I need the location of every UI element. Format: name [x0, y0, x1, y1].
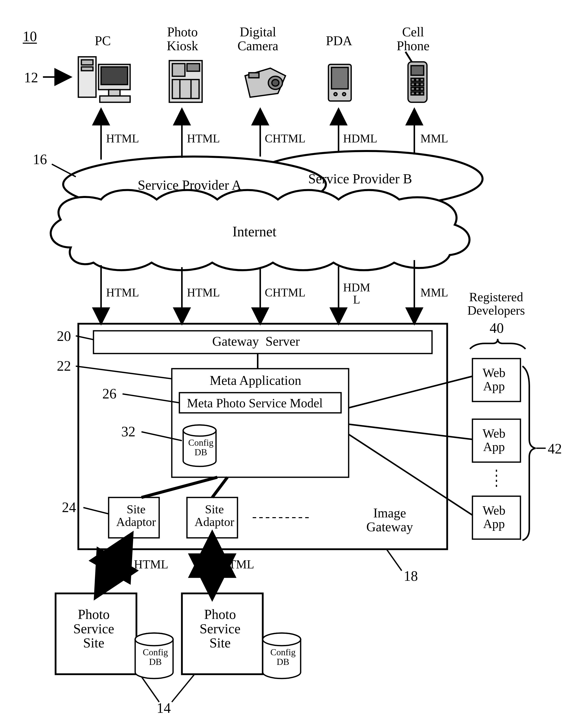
label-sp-b: Service Provider B	[308, 172, 412, 186]
svg-rect-63	[249, 73, 259, 78]
phone-icon	[398, 50, 431, 105]
label-webapp-1: Web App	[483, 366, 505, 393]
protocol-top-0: HTML	[106, 133, 139, 145]
label-config-db-meta: Config DB	[188, 438, 213, 457]
svg-rect-53	[109, 90, 120, 96]
svg-rect-78	[416, 87, 419, 90]
label-sp-a: Service Provider A	[138, 178, 242, 192]
svg-rect-76	[420, 83, 424, 86]
svg-rect-49	[81, 60, 93, 65]
svg-line-37	[141, 677, 159, 702]
svg-rect-64	[328, 65, 351, 101]
svg-rect-80	[411, 92, 415, 95]
label-pda: PDA	[326, 34, 352, 48]
svg-point-34	[263, 633, 301, 646]
svg-line-38	[172, 674, 195, 702]
svg-rect-52	[101, 67, 128, 85]
label-pc: PC	[95, 34, 111, 48]
label-phone: Cell Phone	[397, 25, 429, 53]
svg-line-70	[406, 52, 412, 62]
label-photo-site-1: Photo Service Site	[73, 607, 114, 650]
svg-point-32	[135, 633, 173, 646]
label-meta-app: Meta Application	[210, 374, 301, 388]
callout-24: 24	[62, 500, 76, 515]
svg-point-61	[268, 76, 282, 89]
svg-rect-77	[411, 87, 415, 90]
label-html-bottom-1: HTML	[134, 558, 168, 571]
label-registered-developers: Registered Developers	[467, 290, 525, 317]
svg-point-62	[272, 80, 279, 86]
svg-line-28	[83, 508, 109, 514]
label-site-adaptor-1: Site Adaptor	[116, 503, 156, 528]
pc-icon	[76, 54, 134, 105]
svg-line-27	[212, 477, 228, 498]
label-meta-model: Meta Photo Service Model	[187, 396, 323, 410]
callout-16: 16	[33, 152, 47, 167]
protocol-mid-2: CHTML	[265, 287, 305, 299]
svg-rect-73	[420, 78, 424, 81]
svg-rect-48	[78, 57, 96, 97]
diagram-stage: 10 12 16 20 22 26 32 24 18 14 40 42 PC P…	[0, 0, 574, 728]
svg-rect-58	[172, 80, 199, 98]
kiosk-icon	[167, 58, 205, 105]
protocol-mid-0: HTML	[106, 287, 139, 299]
svg-line-10	[52, 164, 76, 177]
svg-rect-51	[98, 65, 130, 90]
label-site-adaptor-2: Site Adaptor	[195, 503, 234, 528]
protocol-mid-4: MML	[420, 287, 448, 299]
protocol-mid-3: HDM L	[343, 282, 370, 306]
svg-rect-74	[411, 83, 415, 86]
svg-rect-68	[408, 62, 427, 102]
label-config-db-2: Config DB	[270, 648, 296, 667]
svg-rect-55	[169, 60, 202, 102]
svg-rect-69	[411, 66, 424, 75]
svg-line-45	[348, 424, 473, 439]
callout-32: 32	[121, 424, 135, 439]
svg-rect-79	[420, 87, 424, 90]
svg-line-46	[348, 434, 473, 515]
svg-line-17	[76, 336, 93, 340]
protocol-top-1: HTML	[187, 133, 220, 145]
callout-40: 40	[490, 321, 504, 336]
label-gateway-server: Gateway Server	[212, 335, 300, 348]
protocol-top-2: CHTML	[265, 133, 305, 145]
callout-22: 22	[57, 358, 71, 374]
svg-line-26	[141, 477, 217, 498]
svg-point-67	[342, 93, 345, 96]
svg-rect-75	[416, 83, 419, 86]
svg-point-33	[263, 633, 301, 646]
pda-icon	[326, 62, 354, 103]
label-internet: Internet	[233, 224, 276, 239]
svg-point-22	[183, 425, 216, 436]
svg-point-31	[135, 633, 173, 646]
svg-rect-57	[187, 63, 200, 71]
svg-line-19	[123, 394, 179, 403]
label-html-bottom-2: HTML	[220, 558, 254, 571]
callout-42: 42	[548, 441, 562, 456]
callout-20: 20	[57, 329, 71, 344]
callout-18: 18	[404, 569, 418, 584]
svg-line-18	[76, 366, 172, 379]
svg-rect-82	[420, 92, 424, 95]
label-webapp-3: Web App	[483, 504, 505, 530]
svg-rect-72	[416, 78, 419, 81]
svg-rect-50	[81, 67, 93, 71]
callout-10: 10	[23, 29, 37, 44]
protocol-top-4: MML	[420, 133, 448, 145]
label-photo-site-2: Photo Service Site	[200, 607, 241, 650]
svg-point-66	[334, 93, 337, 96]
svg-point-21	[183, 425, 216, 436]
svg-line-35	[98, 539, 129, 592]
callout-14: 14	[157, 701, 171, 716]
label-camera: Digital Camera	[238, 25, 278, 53]
label-image-gateway: Image Gateway	[366, 506, 413, 534]
callout-12: 12	[24, 70, 38, 85]
svg-rect-81	[416, 92, 419, 95]
camera-icon	[240, 63, 288, 101]
svg-rect-54	[100, 96, 130, 102]
label-config-db-1: Config DB	[143, 648, 168, 667]
svg-rect-65	[331, 68, 348, 89]
label-webapp-2: Web App	[483, 427, 505, 453]
callout-26: 26	[102, 386, 117, 401]
svg-line-39	[386, 549, 402, 571]
